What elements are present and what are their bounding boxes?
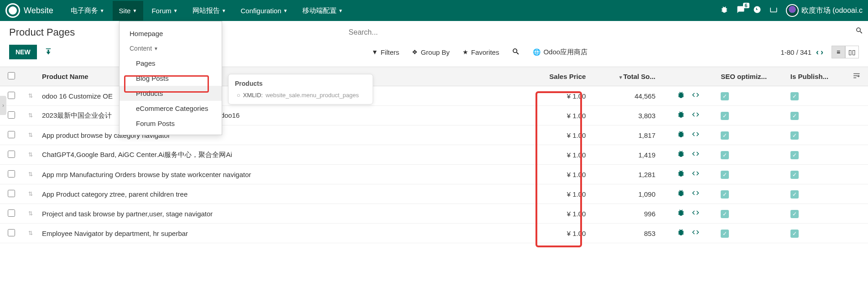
code-row-icon[interactable] xyxy=(691,209,700,219)
book-icon[interactable] xyxy=(769,5,778,16)
download-icon[interactable] xyxy=(44,47,52,57)
drag-handle-icon[interactable]: ⇅ xyxy=(23,125,38,145)
code-row-icon[interactable] xyxy=(691,130,700,140)
seo-badge[interactable]: ✓ xyxy=(721,210,729,218)
row-checkbox[interactable] xyxy=(8,92,15,99)
nav-item-site[interactable]: Site▼ xyxy=(113,1,144,21)
user-menu[interactable]: 欧度市场 (odooai.c xyxy=(786,4,863,17)
row-checkbox[interactable] xyxy=(8,209,15,217)
groupby-button[interactable]: ❖Group By xyxy=(412,48,449,56)
appstore-button[interactable]: 🌐Odoo应用商店 xyxy=(533,48,587,57)
favorites-button[interactable]: ★Favorites xyxy=(463,48,499,56)
dd-content-header[interactable]: Content▼ xyxy=(120,41,222,56)
drag-handle-icon[interactable]: ⇅ xyxy=(23,106,38,125)
seo-badge[interactable]: ✓ xyxy=(721,92,729,100)
drag-handle-icon[interactable]: ⇅ xyxy=(23,145,38,165)
publish-badge[interactable]: ✓ xyxy=(790,190,799,199)
handle-header xyxy=(23,67,38,86)
expand-panel-tab[interactable]: › xyxy=(0,96,6,115)
dd-forum-posts[interactable]: Forum Posts xyxy=(120,116,222,131)
row-checkbox[interactable] xyxy=(8,190,15,197)
col-sold[interactable]: ▾Total So... xyxy=(589,67,659,86)
pager-prev[interactable]: ‹ xyxy=(816,47,819,57)
debug-icon[interactable] xyxy=(720,5,728,16)
col-options[interactable] xyxy=(845,67,868,86)
select-all-checkbox[interactable] xyxy=(8,72,15,79)
seo-badge[interactable]: ✓ xyxy=(721,112,729,120)
dd-homepage[interactable]: Homepage xyxy=(120,26,222,41)
user-label: 欧度市场 (odooai.c xyxy=(801,6,863,16)
drag-handle-icon[interactable]: ⇅ xyxy=(23,224,38,243)
search-input[interactable] xyxy=(348,26,691,39)
row-checkbox[interactable] xyxy=(8,151,15,158)
filters-button[interactable]: ▼Filters xyxy=(372,48,400,56)
publish-badge[interactable]: ✓ xyxy=(790,230,799,238)
code-row-icon[interactable] xyxy=(691,110,700,120)
debug-row-icon[interactable] xyxy=(677,130,685,140)
drag-handle-icon[interactable]: ⇅ xyxy=(23,204,38,224)
code-row-icon[interactable] xyxy=(691,169,700,179)
col-seo[interactable]: SEO optimiz... xyxy=(717,67,787,86)
debug-row-icon[interactable] xyxy=(677,189,685,199)
publish-badge[interactable]: ✓ xyxy=(790,92,799,100)
seo-badge[interactable]: ✓ xyxy=(721,151,729,159)
drag-handle-icon[interactable]: ⇅ xyxy=(23,165,38,184)
kanban-view-button[interactable]: ▯▯ xyxy=(845,46,859,58)
nav-item-configuration[interactable]: Configuration▼ xyxy=(234,1,294,21)
debug-row-icon[interactable] xyxy=(677,169,685,179)
clock-icon[interactable] xyxy=(753,5,761,16)
nav-item-reports[interactable]: 网站报告▼ xyxy=(186,1,233,21)
dd-ecommerce-categories[interactable]: eCommerce Categories xyxy=(120,101,222,116)
debug-row-icon[interactable] xyxy=(677,91,685,101)
publish-badge[interactable]: ✓ xyxy=(790,171,799,179)
table-row[interactable]: ⇅ App Product category ztree, parent chi… xyxy=(0,184,868,204)
code-row-icon[interactable] xyxy=(691,189,700,199)
debug-row-icon[interactable] xyxy=(677,150,685,160)
publish-badge[interactable]: ✓ xyxy=(790,131,799,140)
table-row[interactable]: ⇅ Employee Navigator by department, hr s… xyxy=(0,224,868,243)
row-sold: 3,803 xyxy=(589,106,659,125)
drag-handle-icon[interactable]: ⇅ xyxy=(23,86,38,106)
search-plus-icon[interactable] xyxy=(512,47,520,57)
row-price: ¥ 1.00 xyxy=(514,204,589,224)
table-row[interactable]: ⇅ Project and task browse by partner,use… xyxy=(0,204,868,224)
row-checkbox[interactable] xyxy=(8,111,15,119)
seo-badge[interactable]: ✓ xyxy=(721,190,729,199)
code-row-icon[interactable] xyxy=(691,228,700,238)
table-row[interactable]: ⇅ App mrp Manufacturing Orders browse by… xyxy=(0,165,868,184)
row-checkbox[interactable] xyxy=(8,131,15,138)
publish-badge[interactable]: ✓ xyxy=(790,112,799,120)
col-pub[interactable]: Is Publish... xyxy=(787,67,845,86)
dd-blog-posts[interactable]: Blog Posts xyxy=(120,71,222,86)
chat-icon[interactable]: 6 xyxy=(737,5,745,16)
debug-row-icon[interactable] xyxy=(677,209,685,219)
dd-pages[interactable]: Pages xyxy=(120,56,222,71)
brand-label[interactable]: Website xyxy=(24,6,53,16)
code-row-icon[interactable] xyxy=(691,150,700,160)
publish-badge[interactable]: ✓ xyxy=(790,151,799,159)
search-icon[interactable] xyxy=(855,26,863,37)
table-row[interactable]: ⇅ ChatGPT4,Google Bard, AiGC Center.Ai服务… xyxy=(0,145,868,165)
pager-next[interactable]: › xyxy=(821,47,823,57)
new-button[interactable]: NEW xyxy=(9,45,37,59)
seo-badge[interactable]: ✓ xyxy=(721,230,729,238)
seo-badge[interactable]: ✓ xyxy=(721,171,729,179)
publish-badge[interactable]: ✓ xyxy=(790,210,799,218)
row-checkbox[interactable] xyxy=(8,229,15,236)
code-row-icon[interactable] xyxy=(691,91,700,101)
nav-item-forum[interactable]: Forum▼ xyxy=(145,1,184,21)
nav-item-ecommerce[interactable]: 电子商务▼ xyxy=(64,1,111,21)
site-dropdown: Homepage Content▼ Pages Blog Posts Produ… xyxy=(119,21,222,135)
nav-item-mobile[interactable]: 移动端配置▼ xyxy=(296,1,349,21)
dd-products[interactable]: Products xyxy=(120,86,222,101)
debug-row-icon[interactable] xyxy=(677,228,685,238)
col-price[interactable]: Sales Price xyxy=(514,67,589,86)
drag-handle-icon[interactable]: ⇅ xyxy=(23,184,38,204)
list-view-button[interactable]: ≡ xyxy=(832,46,845,58)
row-checkbox[interactable] xyxy=(8,170,15,178)
pager-range[interactable]: 1-80 / 341 xyxy=(780,48,811,56)
debug-row-icon[interactable] xyxy=(677,110,685,120)
row-sold: 1,817 xyxy=(589,125,659,145)
seo-badge[interactable]: ✓ xyxy=(721,131,729,140)
app-logo[interactable] xyxy=(5,3,20,18)
